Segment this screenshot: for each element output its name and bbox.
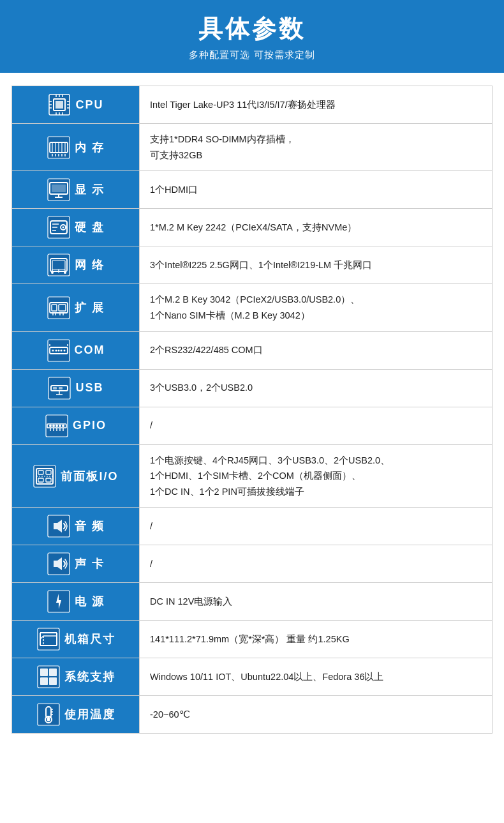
svg-point-73	[52, 425, 55, 427]
svg-point-43	[51, 271, 54, 274]
label-text-hdd: 硬 盘	[75, 220, 105, 235]
table-row: 扩 展1个M.2 B Key 3042（PCIeX2/USB3.0/USB2.0…	[12, 284, 493, 331]
value-cell-memory: 支持1*DDR4 SO-DIMM内存插槽，可支持32GB	[140, 124, 493, 171]
label-text-temp: 使用温度	[64, 707, 115, 722]
network-icon	[47, 253, 71, 277]
value-cell-frontio: 1个电源按键、4个RJ45网口、3个USB3.0、2个USB2.0、1个HDMI…	[140, 444, 493, 508]
value-cell-com: 2个RS232/422/485 COM口	[140, 331, 493, 369]
usb-icon	[47, 376, 71, 400]
soundcard-icon	[47, 552, 71, 576]
table-row: 音 频/	[12, 508, 493, 545]
table-row: 硬 盘1*M.2 M Key 2242（PCIeX4/SATA，支持NVMe）	[12, 209, 493, 246]
power-icon	[47, 589, 71, 614]
svg-point-74	[56, 425, 58, 427]
label-cell-os: 系统支持	[12, 658, 140, 696]
svg-point-72	[49, 425, 52, 427]
label-text-casesize: 机箱尺寸	[64, 631, 115, 647]
value-cell-display: 1个HDMI口	[140, 171, 493, 209]
temp-icon	[36, 702, 61, 727]
value-cell-network: 3个Intel®I225 2.5G网口、1个Intel®I219-LM 千兆网口	[140, 246, 493, 284]
header: 具体参数 多种配置可选 可按需求定制	[0, 0, 504, 73]
svg-point-75	[59, 425, 61, 427]
casesize-icon	[36, 627, 61, 651]
value-cell-audio: /	[140, 508, 493, 545]
label-cell-audio: 音 频	[12, 508, 140, 545]
svg-rect-14	[56, 101, 63, 109]
label-text-audio: 音 频	[75, 518, 105, 534]
page-subtitle: 多种配置可选 可按需求定制	[6, 49, 498, 61]
svg-rect-67	[59, 387, 63, 389]
svg-point-35	[62, 227, 64, 229]
label-cell-network: 网 络	[12, 246, 140, 284]
svg-rect-108	[49, 677, 57, 685]
com-icon	[47, 338, 71, 363]
label-cell-power: 电 源	[12, 583, 140, 621]
os-icon	[36, 665, 61, 689]
label-cell-temp: 使用温度	[12, 696, 140, 734]
svg-rect-66	[53, 387, 57, 389]
label-text-os: 系统支持	[64, 669, 115, 684]
cpu-icon	[47, 93, 71, 117]
value-cell-soundcard: /	[140, 545, 493, 583]
svg-point-76	[62, 425, 64, 427]
memory-icon	[47, 135, 71, 160]
label-cell-com: COM	[12, 331, 140, 369]
table-row: COM2个RS232/422/485 COM口	[12, 331, 493, 369]
value-cell-os: Windows 10/11 IOT、Ubuntu22.04以上、Fedora 3…	[140, 658, 493, 696]
display-icon	[47, 177, 71, 202]
label-text-frontio: 前面板I/O	[61, 469, 118, 484]
label-cell-expansion: 扩 展	[12, 284, 140, 331]
svg-point-57	[52, 349, 54, 351]
svg-rect-32	[48, 216, 70, 238]
label-text-network: 网 络	[75, 257, 105, 273]
label-text-power: 电 源	[75, 594, 105, 609]
svg-point-60	[60, 349, 62, 351]
table-row: GPIO/	[12, 407, 493, 444]
label-cell-hdd: 硬 盘	[12, 209, 140, 246]
svg-point-61	[63, 349, 65, 351]
table-row: 网 络3个Intel®I225 2.5G网口、1个Intel®I219-LM 千…	[12, 246, 493, 284]
table-row: 系统支持Windows 10/11 IOT、Ubuntu22.04以上、Fedo…	[12, 658, 493, 696]
svg-point-44	[64, 271, 66, 274]
label-text-cpu: CPU	[75, 98, 103, 112]
audio-icon	[47, 514, 71, 538]
table-row: 电 源DC IN 12V电源输入	[12, 583, 493, 621]
value-cell-temp: -20~60℃	[140, 696, 493, 734]
value-cell-cpu: Intel Tiger Lake-UP3 11代I3/I5/I7/赛扬处理器	[140, 86, 493, 124]
svg-rect-107	[40, 677, 48, 685]
label-cell-casesize: 机箱尺寸	[12, 621, 140, 658]
main-content: CPUIntel Tiger Lake-UP3 11代I3/I5/I7/赛扬处理…	[0, 73, 504, 746]
label-cell-frontio: 前面板I/O	[12, 444, 140, 508]
table-row: USB3个USB3.0，2个USB2.0	[12, 369, 493, 407]
svg-point-58	[55, 349, 57, 351]
value-cell-gpio: /	[140, 407, 493, 444]
gpio-icon	[45, 414, 69, 438]
label-text-gpio: GPIO	[73, 419, 107, 432]
table-row: CPUIntel Tiger Lake-UP3 11代I3/I5/I7/赛扬处理…	[12, 86, 493, 124]
label-text-display: 显 示	[75, 182, 105, 197]
label-text-com: COM	[75, 344, 105, 357]
svg-rect-31	[52, 185, 66, 192]
svg-rect-105	[40, 668, 48, 676]
svg-rect-94	[38, 628, 59, 650]
frontio-icon	[33, 464, 57, 488]
value-cell-expansion: 1个M.2 B Key 3042（PCIeX2/USB3.0/USB2.0）、1…	[140, 284, 493, 331]
label-text-soundcard: 声 卡	[75, 556, 105, 571]
value-cell-power: DC IN 12V电源输入	[140, 583, 493, 621]
label-text-expansion: 扩 展	[75, 300, 105, 315]
label-cell-soundcard: 声 卡	[12, 545, 140, 583]
spec-table: CPUIntel Tiger Lake-UP3 11代I3/I5/I7/赛扬处理…	[11, 86, 493, 734]
value-cell-casesize: 141*111.2*71.9mm（宽*深*高） 重量 约1.25KG	[140, 621, 493, 658]
label-cell-display: 显 示	[12, 171, 140, 209]
label-cell-usb: USB	[12, 369, 140, 407]
label-cell-gpio: GPIO	[12, 407, 140, 444]
svg-rect-106	[49, 668, 57, 676]
table-row: 内 存支持1*DDR4 SO-DIMM内存插槽，可支持32GB	[12, 124, 493, 171]
svg-point-59	[57, 349, 59, 351]
label-cell-memory: 内 存	[12, 124, 140, 171]
table-row: 显 示1个HDMI口	[12, 171, 493, 209]
table-row: 使用温度-20~60℃	[12, 696, 493, 734]
value-cell-hdd: 1*M.2 M Key 2242（PCIeX4/SATA，支持NVMe）	[140, 209, 493, 246]
expansion-icon	[47, 296, 71, 320]
table-row: 声 卡/	[12, 545, 493, 583]
